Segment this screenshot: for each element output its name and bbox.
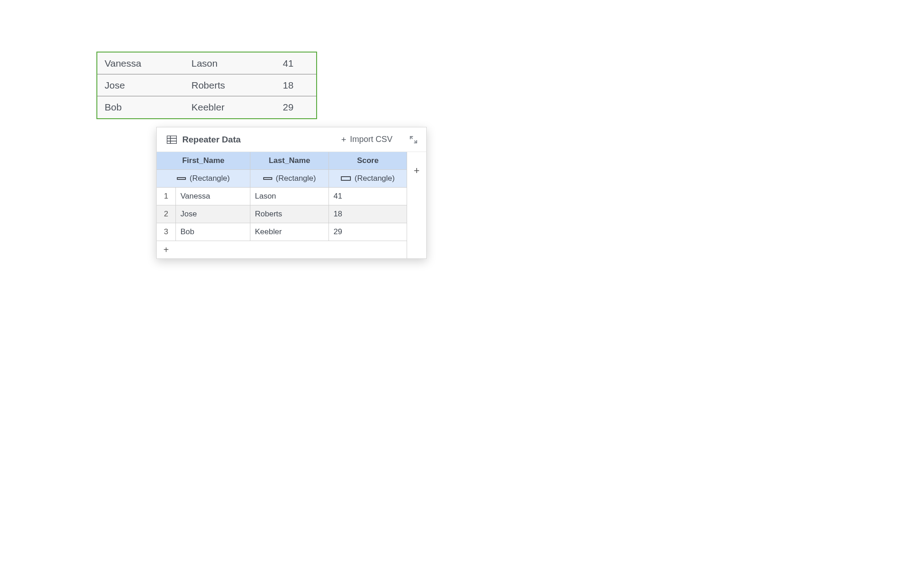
collapse-panel-button[interactable] xyxy=(409,135,418,144)
panel-header: Repeater Data + Import CSV xyxy=(157,127,426,152)
add-column-button[interactable]: + xyxy=(407,152,426,241)
repeater-row[interactable]: Vanessa Lason 41 xyxy=(97,52,316,74)
cell-first-name[interactable]: Bob xyxy=(176,223,250,241)
plus-icon: + xyxy=(414,165,420,177)
cell-last-name[interactable]: Roberts xyxy=(250,205,329,223)
grid-footer: + xyxy=(157,241,426,258)
widget-label: (Rectangle) xyxy=(190,174,230,183)
cell-last-name[interactable]: Lason xyxy=(250,188,329,205)
row-index: 2 xyxy=(157,205,176,223)
repeater-cell-last: Lason xyxy=(184,58,276,69)
data-grid: First_Name Last_Name Score (Rectangle) (… xyxy=(157,152,426,241)
grid-data-row[interactable]: 3 Bob Keebler 29 xyxy=(157,223,407,241)
repeater-cell-first: Bob xyxy=(97,102,184,113)
repeater-cell-score: 18 xyxy=(276,80,316,91)
footer-right-spacer xyxy=(407,241,426,258)
repeater-data-panel[interactable]: Repeater Data + Import CSV First_Name La… xyxy=(156,127,427,259)
grid-data-row[interactable]: 2 Jose Roberts 18 xyxy=(157,205,407,223)
footer-spacer xyxy=(176,241,407,258)
table-icon xyxy=(167,136,177,144)
repeater-cell-score: 29 xyxy=(276,102,316,113)
panel-title: Repeater Data xyxy=(182,135,241,145)
plus-icon: + xyxy=(341,135,346,144)
repeater-cell-first: Vanessa xyxy=(97,58,184,69)
add-row-button[interactable]: + xyxy=(157,241,176,258)
repeater-row[interactable]: Bob Keebler 29 xyxy=(97,96,316,118)
rectangle-icon xyxy=(263,177,272,180)
repeater-cell-first: Jose xyxy=(97,80,184,91)
column-widget-score[interactable]: (Rectangle) xyxy=(329,170,407,187)
repeater-cell-last: Keebler xyxy=(184,102,276,113)
cell-score[interactable]: 18 xyxy=(329,205,407,223)
widget-label: (Rectangle) xyxy=(355,174,395,183)
column-header-first-name[interactable]: First_Name xyxy=(157,152,250,169)
repeater-cell-last: Roberts xyxy=(184,80,276,91)
import-csv-label: Import CSV xyxy=(350,135,392,144)
grid-data-row[interactable]: 1 Vanessa Lason 41 xyxy=(157,188,407,205)
rectangle-icon xyxy=(341,176,351,181)
column-widget-first-name[interactable]: (Rectangle) xyxy=(157,170,250,187)
svg-rect-0 xyxy=(167,136,177,143)
cell-score[interactable]: 41 xyxy=(329,188,407,205)
cell-last-name[interactable]: Keebler xyxy=(250,223,329,241)
cell-first-name[interactable]: Vanessa xyxy=(176,188,250,205)
repeater-widget[interactable]: Vanessa Lason 41 Jose Roberts 18 Bob Kee… xyxy=(96,52,317,119)
column-widget-last-name[interactable]: (Rectangle) xyxy=(250,170,329,187)
repeater-cell-score: 41 xyxy=(276,58,316,69)
row-index: 3 xyxy=(157,223,176,241)
grid-header-row: First_Name Last_Name Score xyxy=(157,152,407,170)
grid-widget-row: (Rectangle) (Rectangle) (Rectangle) xyxy=(157,170,407,188)
repeater-row[interactable]: Jose Roberts 18 xyxy=(97,74,316,96)
row-index: 1 xyxy=(157,188,176,205)
import-csv-button[interactable]: + Import CSV xyxy=(341,135,392,144)
column-header-score[interactable]: Score xyxy=(329,152,407,169)
rectangle-icon xyxy=(177,177,186,180)
widget-label: (Rectangle) xyxy=(276,174,316,183)
plus-icon: + xyxy=(164,245,169,255)
cell-first-name[interactable]: Jose xyxy=(176,205,250,223)
cell-score[interactable]: 29 xyxy=(329,223,407,241)
column-header-last-name[interactable]: Last_Name xyxy=(250,152,329,169)
